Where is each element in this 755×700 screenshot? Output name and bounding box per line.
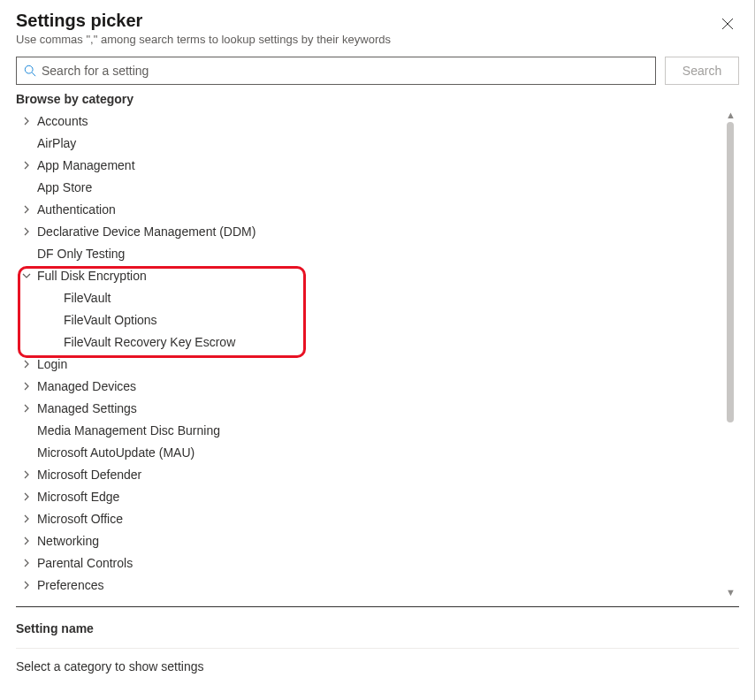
category-item[interactable]: Microsoft Defender xyxy=(16,463,730,485)
category-item[interactable]: FileVault Options xyxy=(16,308,730,331)
category-label: Managed Devices xyxy=(37,379,136,393)
category-item[interactable]: FileVault xyxy=(16,286,730,308)
category-label: DF Only Testing xyxy=(37,247,125,261)
settings-picker-panel: Settings picker Use commas "," among sea… xyxy=(0,0,755,700)
category-item[interactable]: Networking xyxy=(16,529,730,552)
empty-settings-message: Select a category to show settings xyxy=(16,649,739,684)
svg-point-0 xyxy=(25,65,33,73)
chevron-down-icon[interactable] xyxy=(21,270,32,281)
chevron-right-icon[interactable] xyxy=(21,558,32,568)
category-item[interactable]: AirPlay xyxy=(16,132,730,154)
category-label: App Store xyxy=(37,180,92,194)
close-button[interactable] xyxy=(718,14,737,34)
category-item[interactable]: Managed Settings xyxy=(16,397,730,419)
page-subtitle: Use commas "," among search terms to loo… xyxy=(16,33,391,46)
category-item[interactable]: Declarative Device Management (DDM) xyxy=(16,220,730,242)
chevron-right-icon[interactable] xyxy=(21,580,32,590)
browse-by-category-label: Browse by category xyxy=(16,92,739,106)
category-label: Microsoft AutoUpdate (MAU) xyxy=(37,445,194,460)
search-box[interactable] xyxy=(16,57,656,85)
category-label: Declarative Device Management (DDM) xyxy=(37,224,255,239)
category-label: Preferences xyxy=(37,578,103,592)
category-item[interactable]: Login xyxy=(16,353,730,375)
search-input[interactable] xyxy=(42,64,648,78)
category-label: Accounts xyxy=(37,114,88,128)
chevron-right-icon[interactable] xyxy=(21,359,32,369)
category-label: Media Management Disc Burning xyxy=(37,423,220,438)
category-label: Microsoft Edge xyxy=(37,490,119,504)
chevron-right-icon[interactable] xyxy=(21,116,32,126)
setting-name-header: Setting name xyxy=(16,607,739,649)
category-label: FileVault Options xyxy=(64,313,157,327)
category-item[interactable]: Accounts xyxy=(16,110,730,132)
chevron-right-icon[interactable] xyxy=(21,469,32,480)
category-item[interactable]: Microsoft AutoUpdate (MAU) xyxy=(16,441,730,463)
category-item[interactable]: App Management xyxy=(16,154,730,176)
category-item[interactable]: Parental Controls xyxy=(16,552,730,574)
category-item[interactable]: Microsoft Edge xyxy=(16,485,730,507)
category-item[interactable]: Managed Devices xyxy=(16,375,730,397)
page-title: Settings picker xyxy=(16,11,391,31)
category-label: FileVault Recovery Key Escrow xyxy=(64,335,235,349)
category-item[interactable]: FileVault Recovery Key Escrow xyxy=(16,331,730,353)
chevron-right-icon[interactable] xyxy=(21,491,32,502)
scroll-down-arrow-icon[interactable]: ▼ xyxy=(726,587,736,597)
chevron-right-icon[interactable] xyxy=(21,226,32,237)
category-label: FileVault xyxy=(64,291,111,305)
category-item[interactable]: DF Only Testing xyxy=(16,242,730,264)
category-label: Parental Controls xyxy=(37,556,133,570)
category-label: Networking xyxy=(37,534,99,548)
category-label: AirPlay xyxy=(37,136,76,150)
category-label: Authentication xyxy=(37,202,116,217)
chevron-right-icon[interactable] xyxy=(21,514,32,524)
category-item[interactable]: Authentication xyxy=(16,198,730,220)
category-label: Login xyxy=(37,357,67,371)
close-icon xyxy=(721,18,734,30)
category-label: Microsoft Office xyxy=(37,512,123,526)
category-item[interactable]: Full Disk Encryption xyxy=(16,264,730,286)
category-item[interactable]: Microsoft Office xyxy=(16,507,730,529)
chevron-right-icon[interactable] xyxy=(21,403,32,414)
category-item[interactable]: Media Management Disc Burning xyxy=(16,419,730,441)
category-label: Microsoft Defender xyxy=(37,468,141,482)
category-label: Managed Settings xyxy=(37,401,137,415)
search-button[interactable]: Search xyxy=(665,57,739,85)
category-label: App Management xyxy=(37,158,135,172)
category-tree: AccountsAirPlayApp ManagementApp StoreAu… xyxy=(16,110,739,597)
search-icon xyxy=(24,65,36,77)
chevron-right-icon[interactable] xyxy=(21,204,32,215)
chevron-right-icon[interactable] xyxy=(21,160,32,171)
chevron-right-icon[interactable] xyxy=(21,536,32,546)
category-item[interactable]: App Store xyxy=(16,176,730,198)
category-item[interactable]: Preferences xyxy=(16,574,730,596)
svg-line-1 xyxy=(32,72,35,76)
category-label: Full Disk Encryption xyxy=(37,269,147,283)
chevron-right-icon[interactable] xyxy=(21,381,32,392)
